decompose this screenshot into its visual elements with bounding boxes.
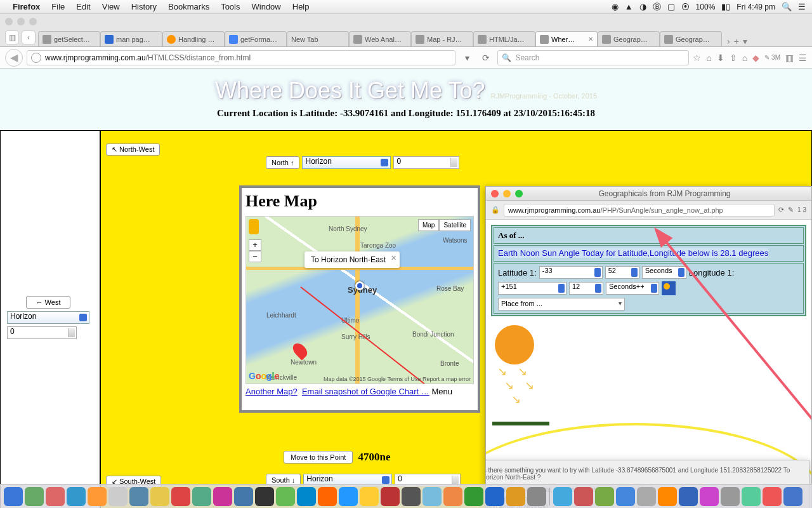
dock-app-icon[interactable]	[339, 487, 358, 506]
popup-window-controls[interactable]	[491, 190, 523, 197]
dock-app-icon[interactable]	[658, 487, 677, 506]
dock-app-icon[interactable]	[318, 487, 337, 506]
menu-tools[interactable]: Tools	[221, 2, 240, 11]
dock-app-icon[interactable]	[171, 487, 190, 506]
addon-icon[interactable]: ◆	[752, 53, 759, 63]
reload-icon[interactable]: ⟳	[778, 206, 784, 214]
airplay-icon[interactable]: ▢	[667, 2, 675, 11]
lat-min-input[interactable]: 52	[605, 266, 639, 279]
addon-icon[interactable]: ✎	[788, 206, 794, 214]
map-marker-current[interactable]	[355, 281, 364, 290]
status-icon[interactable]: Ⓑ	[653, 1, 661, 13]
dock-app-icon[interactable]	[443, 487, 462, 506]
home-icon[interactable]: ⌂	[742, 53, 747, 63]
dock-app-icon[interactable]	[108, 487, 128, 506]
dock-app-icon[interactable]	[297, 487, 316, 506]
dock-app-icon[interactable]	[360, 487, 379, 506]
tab[interactable]: HTML/Ja…	[473, 31, 535, 46]
maptype-map-button[interactable]: Map	[418, 219, 439, 231]
menu-bookmarks[interactable]: Bookmarks	[168, 2, 209, 11]
address-bar[interactable]: www.rjmprogramming.com.au/HTMLCSS/distan…	[27, 50, 455, 65]
dock-app-icon[interactable]	[276, 487, 295, 506]
home-icon[interactable]: ⇧	[730, 53, 737, 63]
north-button[interactable]: North ↑	[266, 156, 299, 169]
sidebar-toggle-icon[interactable]: ▥	[5, 30, 19, 44]
north-value-input[interactable]: 0	[393, 156, 459, 169]
dock-app-icon[interactable]	[67, 487, 86, 506]
zoom-in-button[interactable]: +	[249, 239, 261, 251]
dock-app-icon[interactable]	[679, 487, 698, 506]
move-to-point-button[interactable]: Move to this Point	[284, 451, 353, 464]
another-map-link[interactable]: Another Map?	[246, 387, 298, 396]
dock-app-icon[interactable]	[637, 487, 656, 506]
dock-app-icon[interactable]	[402, 487, 421, 506]
menu-window[interactable]: Window	[252, 2, 281, 11]
pocket-icon[interactable]: ⌂	[706, 53, 711, 63]
dock-app-icon[interactable]	[213, 487, 232, 506]
weather-icon[interactable]	[662, 281, 676, 295]
horizon-select-north[interactable]: Horizon	[302, 156, 391, 169]
menu-help[interactable]: Help	[292, 2, 310, 11]
tab[interactable]: Geograp…	[598, 31, 660, 46]
lat-deg-input[interactable]: -33	[539, 266, 603, 279]
app-name[interactable]: Firefox	[13, 2, 40, 11]
tab[interactable]: getForma…	[225, 31, 287, 46]
notifications-icon[interactable]: ☰	[798, 2, 806, 11]
menu-file[interactable]: File	[51, 2, 65, 11]
tab[interactable]: Web Anal…	[349, 31, 411, 46]
horizon-select-west[interactable]: Horizon	[7, 311, 89, 324]
lon-deg-input[interactable]: +151	[498, 282, 566, 295]
dock-app-icon[interactable]	[129, 487, 148, 506]
lat-unit-select[interactable]: Seconds	[642, 266, 686, 279]
tabs-menu-icon[interactable]: ▾	[743, 36, 747, 46]
tab-active[interactable]: Wher…✕	[535, 31, 598, 46]
tab-close-icon[interactable]: ✕	[588, 36, 593, 43]
menu-link[interactable]: Menu	[431, 387, 452, 396]
dock-app-icon[interactable]	[742, 487, 761, 506]
pegman-icon[interactable]	[249, 219, 259, 234]
dock-app-icon[interactable]	[783, 487, 802, 506]
spotlight-icon[interactable]: 🔍	[782, 2, 792, 11]
map-attribution[interactable]: Map data ©2015 Google Terms of Use Repor…	[324, 376, 471, 382]
tab[interactable]: man pag…	[100, 31, 162, 46]
dock-app-icon[interactable]	[700, 487, 719, 506]
dock-app-icon[interactable]	[255, 487, 274, 506]
addon-badge[interactable]: ✎ 3M	[764, 54, 780, 61]
dock-app-icon[interactable]	[485, 487, 504, 506]
place-from-select[interactable]: Place from ...	[498, 298, 625, 311]
menu-view[interactable]: View	[102, 2, 120, 11]
stop-reload-icon[interactable]: ▾	[459, 50, 475, 65]
search-bar[interactable]: 🔍 Search	[497, 50, 689, 65]
dock-app-icon[interactable]	[422, 487, 442, 506]
reload-icon[interactable]: ⟳	[478, 50, 494, 65]
dock-app-icon[interactable]	[234, 487, 253, 506]
dock-app-icon[interactable]	[506, 487, 525, 506]
menu-history[interactable]: History	[131, 2, 157, 11]
email-snapshot-link[interactable]: Email snapshot of Google Chart …	[302, 387, 429, 396]
dock-app-icon[interactable]	[381, 487, 400, 506]
dock-app-icon[interactable]	[25, 487, 44, 506]
nav-back-button[interactable]: ◀	[5, 49, 23, 67]
tab[interactable]: Handling …	[162, 31, 225, 46]
popup-address-bar[interactable]: www.rjmprogramming.com.au/PHP/SunAngle/s…	[504, 204, 775, 217]
dock-app-icon[interactable]	[88, 487, 107, 506]
status-icon[interactable]: ▲	[625, 2, 633, 11]
tab[interactable]: getSelect…	[38, 31, 100, 46]
window-controls[interactable]	[5, 18, 37, 25]
dock-app-icon[interactable]	[595, 487, 614, 506]
status-icon[interactable]: ◉	[612, 2, 619, 11]
macos-dock[interactable]	[0, 484, 812, 508]
menu-edit[interactable]: Edit	[76, 2, 90, 11]
new-tab-icon[interactable]: +	[734, 36, 739, 46]
bookmark-star-icon[interactable]: ☆	[693, 53, 701, 63]
dock-app-icon[interactable]	[192, 487, 211, 506]
infowindow-close-icon[interactable]: ✕	[391, 254, 396, 262]
north-west-button[interactable]: ↖ North-West	[106, 144, 160, 156]
dock-app-icon[interactable]	[150, 487, 169, 506]
west-button[interactable]: ← West	[26, 296, 70, 309]
site-identity-icon[interactable]	[31, 53, 41, 63]
tab[interactable]: Geograp…	[660, 31, 722, 46]
dock-app-icon[interactable]	[574, 487, 593, 506]
google-map[interactable]: +− Map Satellite North Sydney Taronga Zo…	[246, 216, 474, 384]
dock-app-icon[interactable]	[527, 487, 546, 506]
